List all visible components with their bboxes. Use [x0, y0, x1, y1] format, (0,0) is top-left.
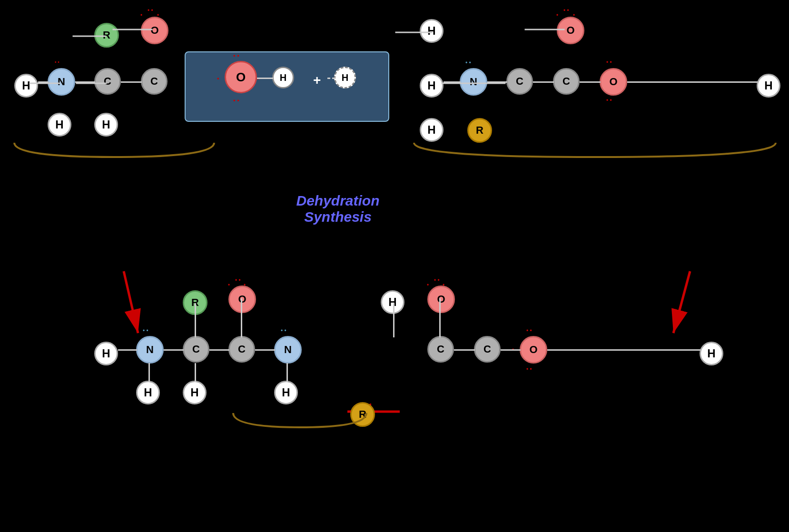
bond-C1-R-bot: [195, 303, 196, 337]
atom-O-top-left: O: [141, 17, 168, 44]
atom-O-bot-top: O: [228, 286, 256, 313]
dots-O-tbr1: • •: [434, 277, 440, 284]
bond-O-H-highlight: [257, 78, 273, 79]
atom-H-bot-far-right: H: [700, 342, 723, 365]
atom-N-top-left: N: [48, 68, 75, 96]
atom-H-top-left: H: [14, 74, 38, 98]
atom-H-highlight: H: [272, 67, 294, 89]
bond-C2-O-top-bot: [241, 298, 242, 337]
bond-N-C1-bot: [164, 349, 184, 351]
atom-N-bot2: N: [274, 336, 302, 364]
bond-N-Hb1: [148, 363, 150, 382]
atom-C2-bot: C: [228, 336, 255, 363]
svg-line-3: [673, 271, 690, 333]
atom-H-top2: H: [420, 19, 444, 43]
bond-N2-Hb3: [286, 363, 288, 382]
atom-O-right: O: [600, 68, 627, 96]
dots-N-bot2: • •: [281, 327, 286, 334]
dots-O-right-top: • •: [606, 59, 612, 66]
atom-H-highlight-right: H: [334, 67, 356, 89]
atom-H-bot-b3: H: [274, 381, 298, 404]
atom-C2-top: C: [141, 68, 168, 95]
dots-O-bot-right2: • •: [526, 366, 532, 373]
atom-O-top-bot-right: O: [427, 286, 455, 313]
atom-O-bot-right: O: [520, 336, 547, 364]
atom-N-bot1: N: [136, 336, 164, 364]
dots-O-bot-right1: • •: [526, 327, 532, 334]
bond-C1-C2-right: [533, 81, 554, 83]
bond-N-Hbottom: [30, 83, 60, 84]
main-scene: H N • • C C H H R O • • • • O • • • • • …: [0, 0, 789, 532]
dots-N-top-right: • •: [465, 59, 471, 66]
atom-C2-top-right: C: [553, 68, 580, 95]
bond-O-H-right: [627, 81, 758, 83]
dehydration-synthesis-label: Dehydration Synthesis: [276, 193, 400, 225]
bond-H-N-top-vertical: [395, 32, 433, 33]
atom-H-bottom2: H: [94, 113, 118, 137]
atom-O-highlight: O: [225, 61, 257, 93]
atom-C1-top-right: C: [506, 68, 533, 95]
svg-line-1: [124, 271, 138, 333]
dots-O-top-right3: •: [556, 12, 558, 19]
dots-O-bot-top3: •: [228, 282, 230, 288]
bracket-top-left: [10, 138, 219, 176]
bond-C2-O-bot-right: [501, 349, 521, 351]
dots-O-top-left3: •: [140, 12, 142, 19]
atom-H-far-right: H: [757, 74, 780, 98]
atom-C1-top: C: [94, 68, 121, 95]
dots-O-top-left: • •: [148, 7, 153, 14]
dots-N-top: • •: [55, 59, 59, 65]
bond-C1-R: [73, 36, 106, 37]
atom-H-bot-b2: H: [183, 381, 207, 404]
bracket-bottom: [228, 408, 371, 446]
bond-C1-Hb2: [195, 363, 196, 382]
dots-O-bot-top1: • •: [235, 277, 241, 284]
plus-sign: +: [313, 73, 321, 88]
atom-H-bottom1: H: [48, 113, 71, 137]
bond-C1-C2-bot: [209, 349, 229, 351]
bond-C1-Hbottom: [76, 83, 107, 84]
atom-H-bot-left: H: [94, 342, 118, 365]
atom-H-bot-b1: H: [136, 381, 160, 404]
atom-C1-bot-right: C: [427, 336, 454, 363]
bond-C2-N2-bot: [255, 349, 275, 351]
bond-C1-C2-bot-right: [454, 349, 475, 351]
bond-C2-O-top: [113, 29, 153, 30]
bond-C1-Otop-bot-right: [439, 298, 441, 337]
atom-C2-bot-right: C: [474, 336, 501, 363]
atom-C1-bot: C: [183, 336, 209, 363]
dots-O-right-bottom: • •: [606, 97, 612, 104]
dots-O-top-right: • •: [563, 7, 569, 14]
atom-O-top-right: O: [557, 17, 584, 44]
bond-H-N-bot: [118, 349, 137, 351]
bond-C1-C2-top: [121, 81, 142, 83]
bond-C2-Otop-right: [525, 29, 565, 30]
bond-N-Hbottom-right: [442, 83, 473, 84]
bond-dashed-H: [327, 78, 335, 79]
bond-C2-O-right: [580, 81, 601, 83]
bracket-top-right: [409, 138, 780, 176]
bond-O-H-bot-right: [547, 349, 700, 351]
bond-H-O-top-bot: [393, 303, 394, 337]
arrow-bottom-left: [105, 266, 152, 343]
atom-H-top-far-right: H: [420, 74, 444, 98]
bond-N-R-right: [473, 83, 506, 84]
dots-O-tbr3: •: [427, 282, 429, 288]
atom-N-top-right: N: [460, 68, 487, 96]
atom-H-top-bot-right: H: [381, 290, 404, 314]
arrow-bottom-right: [652, 266, 709, 343]
